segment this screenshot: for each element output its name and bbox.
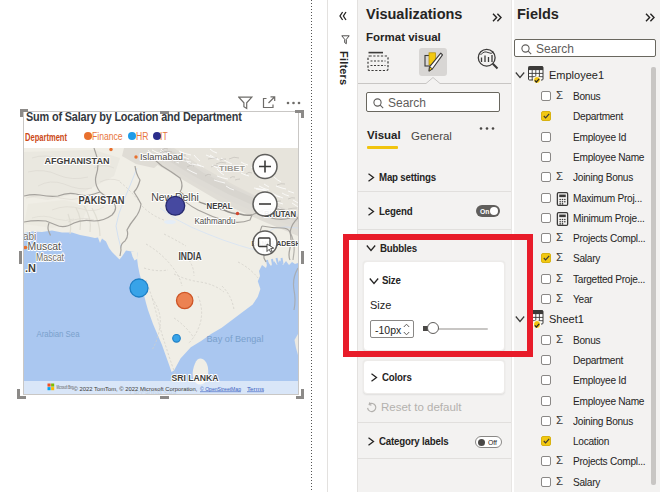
svg-text:PAKISTAN: PAKISTAN bbox=[79, 195, 125, 206]
svg-text:© OpenStreetMap: © OpenStreetMap bbox=[200, 385, 241, 392]
svg-text:AFGHANISTAN: AFGHANISTAN bbox=[45, 156, 110, 166]
svg-text:Muscat: Muscat bbox=[28, 240, 62, 252]
svg-text:Bay of Bengal: Bay of Bengal bbox=[207, 334, 264, 344]
svg-text:.N: .N bbox=[25, 262, 36, 274]
svg-text:INDIA: INDIA bbox=[179, 251, 202, 262]
svg-text:Terms: Terms bbox=[247, 385, 264, 392]
svg-text:Microsoft Bing: Microsoft Bing bbox=[57, 385, 74, 390]
svg-text:Arabian Sea: Arabian Sea bbox=[37, 329, 80, 339]
svg-text:Mascat: Mascat bbox=[36, 252, 64, 263]
svg-text:NEPAL: NEPAL bbox=[207, 202, 233, 211]
svg-text:Kathmandu: Kathmandu bbox=[195, 215, 236, 226]
svg-text:© 2022 TomTom, © 2022 Microsof: © 2022 TomTom, © 2022 Microsoft Corporat… bbox=[74, 385, 198, 392]
svg-text:Islamabad: Islamabad bbox=[140, 152, 183, 162]
svg-text:TIBET: TIBET bbox=[219, 164, 245, 173]
